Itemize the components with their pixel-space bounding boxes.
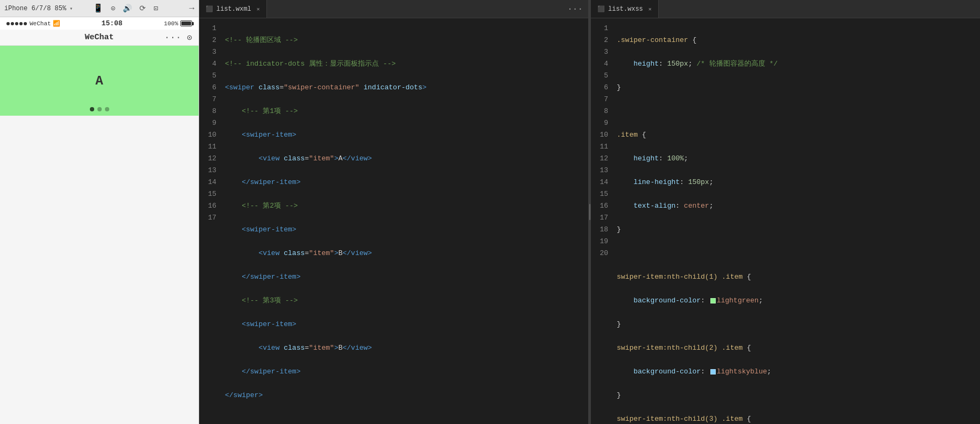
code-line-16: </swiper> xyxy=(225,390,588,401)
code-line-3: <swiper class="swiper-container" indicat… xyxy=(225,82,588,94)
phone-model-label: iPhone 6/7/8 85% ▾ xyxy=(4,5,73,12)
swiper-dots xyxy=(90,107,109,111)
css-line-9: } xyxy=(617,224,980,236)
css-line-12: background-color: lightgreen; xyxy=(617,295,980,307)
phone-simulator: iPhone 6/7/8 85% ▾ 📱 ⊙ 🔊 ⟳ ⊡ → WeChat xyxy=(0,0,199,424)
phone-nav-bar: WeChat ··· ⊙ xyxy=(0,30,199,46)
line-num: 19 xyxy=(591,236,608,248)
css-line-2: height: 150px; /* 轮播图容器的高度 */ xyxy=(617,58,980,70)
wxml-tab[interactable]: ⬛ list.wxml ✕ xyxy=(199,0,267,18)
wxss-editor-content: 1 2 3 4 5 6 7 8 9 10 11 12 13 14 15 16 1… xyxy=(591,18,980,424)
signal-area: WeChat 📶 xyxy=(6,20,60,27)
line-num: 2 xyxy=(591,34,608,46)
signal-dot-5 xyxy=(24,22,27,25)
line-num: 8 xyxy=(199,105,216,117)
color-swatch-lightskyblue xyxy=(710,369,716,374)
wxss-tab-close[interactable]: ✕ xyxy=(648,6,652,12)
line-num: 7 xyxy=(591,94,608,105)
battery-icon xyxy=(180,20,192,26)
forward-icon[interactable]: → xyxy=(178,4,194,13)
line-num: 12 xyxy=(591,153,608,165)
wxml-editor-content: 1 2 3 4 5 6 7 8 9 10 11 12 13 14 15 16 1… xyxy=(199,18,588,424)
line-num: 7 xyxy=(199,94,216,105)
line-num: 16 xyxy=(199,200,216,212)
line-num: 16 xyxy=(591,200,608,212)
phone-nav-title: WeChat xyxy=(84,33,114,42)
line-num: 15 xyxy=(591,188,608,200)
battery-fill xyxy=(181,22,191,25)
line-num: 13 xyxy=(591,165,608,176)
css-line-13: } xyxy=(617,319,980,330)
speaker-icon[interactable]: 🔊 xyxy=(123,4,132,13)
wxss-editor-panel: ⬛ list.wxss ✕ 1 2 3 4 5 6 7 8 9 10 11 12… xyxy=(591,0,980,424)
css-line-10 xyxy=(617,248,980,259)
code-line-17 xyxy=(225,413,588,424)
phone-frame: WeChat 📶 15:08 100% WeChat ··· ⊙ A xyxy=(0,17,199,424)
swiper-current-item: A xyxy=(95,74,103,88)
line-num: 13 xyxy=(199,165,216,176)
status-time: 15:08 xyxy=(102,19,123,27)
signal-dots xyxy=(6,22,27,25)
color-swatch-lightgreen xyxy=(710,298,716,303)
phone-topbar: iPhone 6/7/8 85% ▾ 📱 ⊙ 🔊 ⟳ ⊡ → xyxy=(0,0,199,17)
line-num: 14 xyxy=(199,176,216,188)
signal-dot-3 xyxy=(15,22,18,25)
wxss-line-numbers: 1 2 3 4 5 6 7 8 9 10 11 12 13 14 15 16 1… xyxy=(591,18,612,424)
rotate-icon[interactable]: ⟳ xyxy=(139,4,146,13)
line-num: 10 xyxy=(591,129,608,141)
line-num: 3 xyxy=(199,46,216,58)
css-line-6: height: 100%; xyxy=(617,153,980,165)
line-num: 6 xyxy=(199,82,216,94)
code-line-7: </swiper-item> xyxy=(225,176,588,188)
code-line-1: <!-- 轮播图区域 --> xyxy=(225,34,588,46)
code-line-11: </swiper-item> xyxy=(225,271,588,283)
line-num: 14 xyxy=(591,176,608,188)
wxss-code-area[interactable]: .swiper-container { height: 150px; /* 轮播… xyxy=(612,18,980,424)
line-num: 15 xyxy=(199,188,216,200)
line-num: 9 xyxy=(591,117,608,129)
line-num: 3 xyxy=(591,46,608,58)
line-num: 20 xyxy=(591,248,608,259)
carrier-label: WeChat xyxy=(30,20,51,27)
wxss-tab[interactable]: ⬛ list.wxss ✕ xyxy=(591,0,659,18)
css-line-3: } xyxy=(617,82,980,94)
signal-dot-1 xyxy=(6,22,10,25)
editor-divider[interactable] xyxy=(589,0,591,424)
swiper-dot-3[interactable] xyxy=(105,107,109,111)
line-num: 10 xyxy=(199,129,216,141)
phone-icon[interactable]: 📱 xyxy=(93,3,103,13)
phone-nav-record[interactable]: ⊙ xyxy=(187,32,192,43)
wxml-code-area[interactable]: <!-- 轮播图区域 --> <!-- indicator-dots 属性：显示… xyxy=(221,18,588,424)
swiper-dot-1[interactable] xyxy=(90,107,94,111)
code-line-6: <view class="item">A</view> xyxy=(225,153,588,165)
code-line-14: <view class="item">B</view> xyxy=(225,342,588,354)
wxss-tab-label: list.wxss xyxy=(608,5,643,13)
wxml-tab-more[interactable]: ··· xyxy=(562,4,588,14)
swiper-dot-2[interactable] xyxy=(97,107,102,111)
expand-icon[interactable]: ⊡ xyxy=(153,4,158,13)
line-num: 5 xyxy=(199,70,216,82)
code-line-4: <!-- 第1项 --> xyxy=(225,105,588,117)
wxml-tab-close[interactable]: ✕ xyxy=(257,6,260,12)
code-line-8: <!-- 第2项 --> xyxy=(225,200,588,212)
css-line-11: swiper-item:nth-child(1) .item { xyxy=(617,271,980,283)
battery-percent: 100% xyxy=(164,20,178,27)
record-icon[interactable]: ⊙ xyxy=(111,4,115,13)
code-line-9: <swiper-item> xyxy=(225,224,588,236)
swiper-display: A xyxy=(0,46,199,116)
line-num: 9 xyxy=(199,117,216,129)
signal-dot-4 xyxy=(19,22,23,25)
phone-nav-more[interactable]: ··· xyxy=(165,33,182,43)
css-line-16: } xyxy=(617,390,980,401)
css-line-4 xyxy=(617,105,980,117)
line-num: 5 xyxy=(591,70,608,82)
css-line-5: .item { xyxy=(617,129,980,141)
phone-topbar-icons: 📱 ⊙ 🔊 ⟳ ⊡ xyxy=(93,3,158,13)
line-num: 11 xyxy=(199,141,216,153)
phone-model-text: iPhone 6/7/8 85% xyxy=(4,5,66,12)
phone-status-bar: WeChat 📶 15:08 100% xyxy=(0,17,199,30)
code-line-10: <view class="item">B</view> xyxy=(225,248,588,259)
code-line-15: </swiper-item> xyxy=(225,366,588,378)
css-line-17: swiper-item:nth-child(3) .item { xyxy=(617,413,980,424)
line-num: 8 xyxy=(591,105,608,117)
